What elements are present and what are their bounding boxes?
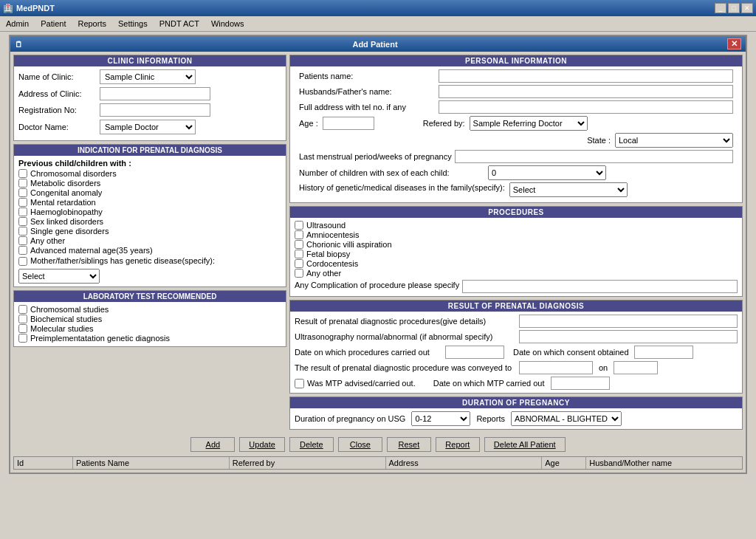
checkbox-preimpl-input[interactable] — [18, 334, 27, 343]
report-label: Report — [445, 440, 470, 449]
checkbox-metabolic-input[interactable] — [18, 179, 27, 188]
checkbox-congenital: Congenital anomaly — [18, 188, 281, 197]
procedures-header: PROCEDURES — [290, 207, 742, 218]
clinic-address-row: Address of Clinic: — [18, 87, 281, 100]
proc-ultrasound-input[interactable] — [295, 221, 303, 230]
checkbox-biochemical-input[interactable] — [18, 315, 27, 323]
proc-ultrasound: Ultrasound — [295, 221, 516, 230]
minimize-button[interactable]: _ — [715, 3, 726, 13]
checkbox-congenital-input[interactable] — [18, 188, 27, 197]
checkbox-chromosomal-studies-input[interactable] — [18, 305, 27, 314]
date-carried-input[interactable] — [445, 346, 504, 359]
table-col-age: Age — [542, 457, 586, 469]
history-row: History of genetic/medical diseases in t… — [295, 182, 738, 197]
checkbox-chromosomal-disorders-input[interactable] — [18, 169, 27, 178]
conveyed-row: The result of prenatal diagnostic proced… — [295, 361, 738, 374]
duration-body: Duration of pregnancy on USG 0-12 12-24 … — [290, 408, 742, 429]
close-button[interactable]: Close — [338, 437, 382, 452]
menu-settings[interactable]: Settings — [112, 18, 154, 30]
proc-chorionic-input[interactable] — [295, 240, 303, 249]
state-select[interactable]: Local — [615, 133, 733, 148]
duration-reports-select[interactable]: ABNORMAL - BLIGHTED O NORMAL ABNORMAL — [511, 411, 622, 426]
checkbox-haemo-input[interactable] — [18, 207, 27, 216]
right-panel: PERSONAL INFORMATION Patients name: Husb… — [289, 55, 743, 430]
checkbox-chromosomal-disorders-label: Chromosomal disorders — [30, 169, 117, 178]
usg-result-input[interactable] — [519, 330, 738, 343]
clinic-doctor-select[interactable]: Sample Doctor — [100, 120, 196, 134]
indication-select[interactable]: Select — [18, 269, 100, 284]
dialog-title: 🗒 Add Patient ✕ — [10, 36, 746, 52]
personal-info-section: PERSONAL INFORMATION Patients name: Husb… — [289, 55, 743, 203]
date-consent-input[interactable] — [634, 346, 693, 359]
on-input[interactable] — [614, 361, 658, 374]
prenatal-result-row: Result of prenatal diagnostic procedures… — [295, 315, 738, 328]
conveyed-input[interactable] — [519, 361, 593, 374]
report-button[interactable]: Report — [436, 437, 480, 452]
history-select[interactable]: Select — [509, 182, 628, 197]
children-select[interactable]: 0 — [488, 165, 606, 180]
mtp-date-input[interactable] — [551, 377, 610, 390]
update-label: Update — [249, 440, 275, 449]
clinic-info-section: CLINIC INFORMATION Name of Clinic: Sampl… — [13, 55, 286, 141]
buttons-row: Add Update Delete Close Reset Report Del… — [10, 433, 746, 456]
proc-any-other-input[interactable] — [295, 269, 303, 278]
menu-admin[interactable]: Admin — [0, 18, 35, 30]
checkbox-mother-father-input[interactable] — [18, 257, 27, 266]
duration-usg-select[interactable]: 0-12 12-24 24+ — [411, 411, 470, 426]
dialog-title-text: Add Patient — [352, 40, 397, 49]
checkbox-sex-linked-input[interactable] — [18, 217, 27, 226]
prenatal-result-label: Result of prenatal diagnostic procedures… — [295, 317, 516, 326]
checkbox-advanced-age-input[interactable] — [18, 246, 27, 255]
proc-cordo-input[interactable] — [295, 259, 303, 268]
app-title: MedPNDT — [16, 4, 55, 13]
reset-button[interactable]: Reset — [387, 437, 431, 452]
complication-input[interactable] — [462, 280, 738, 293]
close-app-button[interactable]: ✕ — [741, 3, 753, 13]
table-header: Id Patients Name Referred by Address Age… — [13, 456, 743, 470]
proc-amnio-input[interactable] — [295, 230, 303, 239]
mtp-checkbox[interactable] — [295, 379, 304, 388]
maximize-button[interactable]: □ — [728, 3, 740, 13]
delete-all-button[interactable]: Delete All Patient — [484, 437, 566, 452]
proc-cordo: Cordocentesis — [295, 259, 516, 268]
delete-button[interactable]: Delete — [289, 437, 334, 452]
procedures-body: Ultrasound Amniocentesis Chorionic villi… — [290, 218, 742, 296]
date-consent-label: Date on which consent obtained — [513, 348, 631, 357]
patients-name-input[interactable] — [439, 69, 733, 83]
husbands-name-input[interactable] — [439, 85, 733, 98]
indication-section: INDICATION FOR PRENATAL DIAGNOSIS Previo… — [13, 144, 286, 287]
checkbox-mental-input[interactable] — [18, 198, 27, 207]
clinic-reg-input[interactable] — [100, 103, 210, 117]
prenatal-result-input[interactable] — [519, 315, 738, 328]
proc-fetal: Fetal biopsy — [295, 250, 516, 258]
menu-reports[interactable]: Reports — [72, 18, 112, 30]
dialog-close-button[interactable]: ✕ — [727, 38, 741, 49]
menu-patient[interactable]: Patient — [35, 18, 72, 30]
menu-windows[interactable]: Windows — [205, 18, 250, 30]
age-input[interactable] — [323, 117, 374, 130]
lmp-label: Last menstrual period/weeks of pregnancy — [299, 152, 452, 161]
checkbox-single-gene-input[interactable] — [18, 227, 27, 236]
reset-label: Reset — [398, 440, 419, 449]
checkbox-any-other-ind-input[interactable] — [18, 236, 27, 245]
checkbox-biochemical-label: Biochemical studies — [30, 315, 102, 323]
checkbox-biochemical: Biochemical studies — [18, 315, 281, 323]
update-button[interactable]: Update — [239, 437, 284, 452]
indication-body: Previous child/children with : Chromosom… — [14, 156, 286, 286]
age-label: Age : — [299, 119, 318, 128]
add-button[interactable]: Add — [190, 437, 235, 452]
proc-fetal-input[interactable] — [295, 250, 303, 258]
clinic-name-select[interactable]: Sample Clinic — [100, 69, 196, 84]
full-address-label: Full address with tel no. if any — [299, 103, 436, 111]
husbands-name-label: Husbands/Father's name: — [299, 87, 436, 96]
lmp-input[interactable] — [455, 150, 733, 163]
clinic-address-input[interactable] — [100, 87, 210, 100]
add-label: Add — [206, 440, 221, 449]
state-row: State : Local — [295, 133, 738, 148]
full-address-input[interactable] — [439, 100, 733, 114]
lab-header: LABORATORY TEST RECOMMENDED — [14, 291, 286, 302]
table-col-patients-name: Patients Name — [73, 457, 230, 469]
menu-pndt-act[interactable]: PNDT ACT — [154, 18, 205, 30]
referred-by-select[interactable]: Sample Referring Doctor — [470, 116, 588, 131]
checkbox-molecular-input[interactable] — [18, 324, 27, 333]
